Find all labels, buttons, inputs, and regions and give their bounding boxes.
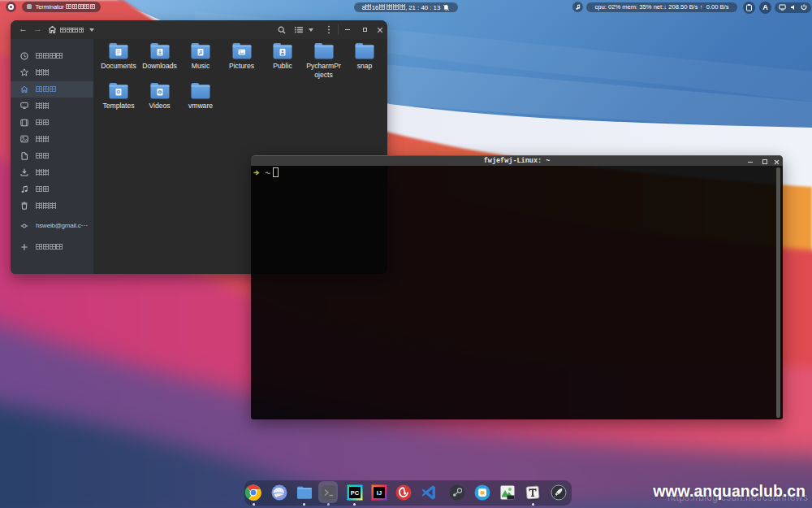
svg-text:PC: PC xyxy=(350,489,359,497)
svg-text:IJ: IJ xyxy=(376,489,381,497)
